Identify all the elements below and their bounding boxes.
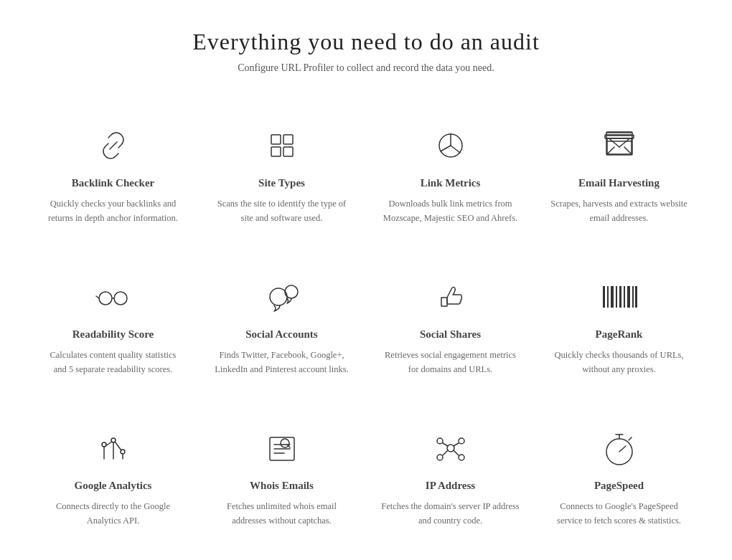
svg-line-38	[115, 442, 121, 450]
card-desc-backlink-checker: Quickly checks your backlinks and return…	[43, 196, 183, 225]
card-ip-address: IP Address Fetches the domain's server I…	[366, 405, 535, 556]
svg-point-51	[437, 455, 443, 460]
svg-point-19	[99, 292, 112, 305]
whois-icon	[257, 427, 307, 470]
card-http-status: HTTP Status Checks HTTP Status for each …	[29, 556, 197, 560]
chat-icon	[257, 275, 307, 318]
card-robots-access: Robots Access Checks search engine acces…	[366, 556, 535, 560]
svg-point-50	[459, 438, 464, 444]
svg-rect-26	[607, 286, 609, 308]
card-desc-readability-score: Calculates content quality statistics an…	[43, 348, 183, 376]
card-title-readability-score: Readability Score	[72, 328, 154, 341]
svg-point-49	[437, 438, 443, 444]
page-title: Everything you need to do an audit	[14, 29, 718, 55]
svg-point-24	[285, 285, 298, 298]
barcode-icon	[594, 275, 644, 318]
svg-rect-28	[616, 286, 617, 308]
card-whois-emails: Whois Emails Fetches unlimited whois ema…	[197, 405, 366, 556]
svg-rect-3	[283, 147, 293, 156]
card-social-shares: Social Shares Retrieves social engagemen…	[366, 254, 535, 405]
svg-rect-1	[283, 135, 293, 144]
card-title-site-types: Site Types	[258, 177, 305, 189]
svg-rect-30	[624, 286, 625, 308]
features-grid: Backlink Checker Quickly checks your bac…	[0, 88, 732, 560]
card-desc-google-analytics: Connects directly to the Google Analytic…	[43, 499, 183, 528]
svg-point-52	[459, 455, 464, 460]
svg-rect-31	[627, 286, 630, 308]
card-desc-whois-emails: Fetches unlimited whois email addresses …	[212, 499, 352, 528]
card-pagerank: PageRank Quickly checks thousands of URL…	[535, 254, 703, 405]
network-icon	[426, 427, 476, 470]
glasses-icon	[88, 275, 139, 318]
card-desc-pagespeed: Connects to Google's PageSpeed service t…	[549, 499, 689, 528]
svg-rect-32	[632, 286, 634, 308]
card-alexa: Alexa Retrieves traffic, rank and link d…	[535, 556, 703, 560]
card-title-social-shares: Social Shares	[420, 328, 481, 341]
card-pagespeed: PageSpeed Connects to Google's PageSpeed…	[535, 405, 703, 556]
svg-rect-29	[619, 286, 621, 308]
grid-icon	[257, 124, 307, 167]
svg-rect-2	[271, 147, 281, 156]
card-title-backlink-checker: Backlink Checker	[72, 177, 154, 189]
card-link-metrics: Link Metrics Downloads bulk link metrics…	[366, 103, 535, 254]
page-subtitle: Configure URL Profiler to collect and re…	[14, 62, 718, 74]
svg-line-12	[624, 147, 632, 154]
card-email-harvesting: Email Harvesting Scrapes, harvests and e…	[535, 103, 703, 254]
pie-icon	[426, 124, 476, 167]
email-icon	[594, 124, 644, 167]
card-desc-ip-address: Fetches the domain's server IP address a…	[380, 499, 520, 528]
svg-line-7	[441, 146, 451, 151]
card-copyscape: Copyscape Retrieves duplicate content an…	[197, 556, 366, 560]
card-title-whois-emails: Whois Emails	[250, 480, 314, 492]
card-social-accounts: Social Accounts Finds Twitter, Facebook,…	[197, 254, 366, 405]
card-desc-link-metrics: Downloads bulk link metrics from Mozscap…	[380, 196, 520, 225]
svg-rect-0	[271, 135, 281, 144]
svg-rect-33	[635, 286, 637, 308]
thumbup-icon	[426, 275, 476, 318]
card-title-email-harvesting: Email Harvesting	[578, 177, 660, 189]
svg-line-53	[443, 443, 448, 446]
card-title-ip-address: IP Address	[426, 480, 475, 492]
card-desc-site-types: Scans the site to identify the type of s…	[212, 196, 352, 225]
svg-line-11	[607, 147, 614, 154]
card-desc-social-shares: Retrieves social engagement metrics for …	[380, 348, 520, 376]
card-readability-score: Readability Score Calculates content qua…	[29, 254, 197, 405]
card-site-types: Site Types Scans the site to identify th…	[197, 103, 366, 254]
svg-line-54	[454, 443, 459, 446]
card-backlink-checker: Backlink Checker Quickly checks your bac…	[29, 103, 197, 254]
svg-rect-25	[603, 286, 605, 308]
analytics-icon	[88, 427, 139, 470]
svg-line-6	[451, 146, 460, 153]
card-title-pagespeed: PageSpeed	[594, 480, 644, 492]
card-desc-pagerank: Quickly checks thousands of URLs, withou…	[549, 348, 689, 376]
page-header: Everything you need to do an audit Confi…	[0, 0, 732, 88]
card-title-pagerank: PageRank	[596, 328, 643, 341]
svg-line-61	[619, 446, 626, 452]
link-icon	[88, 124, 139, 167]
svg-line-55	[443, 450, 448, 455]
card-title-link-metrics: Link Metrics	[421, 177, 481, 189]
card-title-social-accounts: Social Accounts	[245, 328, 317, 341]
stopwatch-icon	[594, 427, 644, 470]
svg-rect-27	[611, 286, 614, 308]
card-title-google-analytics: Google Analytics	[75, 480, 152, 492]
card-desc-social-accounts: Finds Twitter, Facebook, Google+, Linked…	[212, 348, 352, 376]
card-desc-email-harvesting: Scrapes, harvests and extracts website e…	[549, 196, 689, 225]
svg-line-60	[629, 437, 632, 440]
svg-line-56	[454, 450, 459, 455]
card-google-analytics: Google Analytics Connects directly to th…	[29, 405, 197, 556]
svg-point-20	[114, 292, 127, 305]
